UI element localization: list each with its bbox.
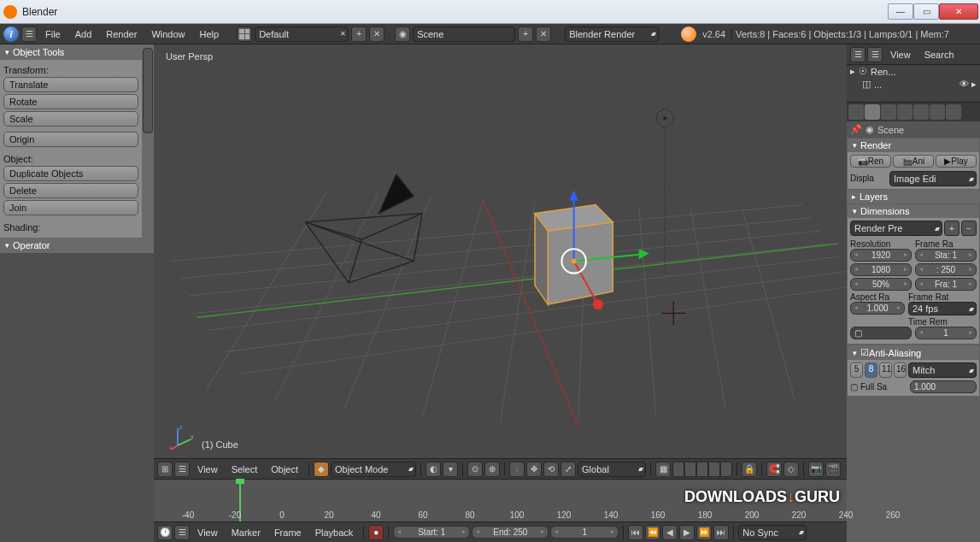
prop-tab-object[interactable] [897, 104, 913, 120]
outliner-editor-icon[interactable]: ☰ [850, 47, 866, 62]
delete-scene-button[interactable]: ✕ [536, 27, 551, 42]
render-anim-button[interactable]: 🎬Ani [893, 155, 934, 168]
aa-panel-header[interactable]: ☑ Anti-Aliasing [848, 345, 979, 360]
layer-button[interactable] [672, 462, 684, 477]
start-frame-field[interactable]: ◂Start: 1▸ [393, 526, 470, 539]
delete-screen-button[interactable]: ✕ [369, 27, 384, 42]
maximize-button[interactable]: ▭ [913, 3, 939, 20]
frame-end-field[interactable]: ◂: 250▸ [915, 263, 977, 276]
object-tools-header[interactable]: ▾Object Tools [0, 44, 142, 60]
keyframe-next-icon[interactable]: ⏩ [696, 525, 712, 540]
timeline-editor-icon[interactable]: 🕐 [157, 525, 173, 540]
outliner-row[interactable]: ◫...👁 ▸ [847, 78, 980, 91]
jump-start-icon[interactable]: ⏮ [628, 525, 643, 540]
select-menu[interactable]: Select [226, 464, 264, 474]
render-image-button[interactable]: 📷Ren [850, 155, 891, 168]
outliner[interactable]: ▸☉Ren... ◫...👁 ▸ [847, 65, 980, 103]
manip-scale-icon[interactable]: ⤢ [560, 462, 576, 477]
jump-end-icon[interactable]: ⏭ [713, 525, 729, 540]
play-icon[interactable]: ▶ [679, 525, 695, 540]
aa-filter-dropdown[interactable]: Mitch▴▾ [908, 362, 977, 378]
add-scene-button[interactable]: + [518, 27, 533, 42]
collapse-menu-icon[interactable]: ☰ [867, 47, 883, 62]
layer-button[interactable] [684, 462, 696, 477]
screen-layout-dropdown[interactable]: Default✕ [255, 27, 349, 42]
fps-dropdown[interactable]: 24 fps▴▾ [908, 302, 977, 315]
minimize-button[interactable]: ― [888, 3, 913, 20]
play-reverse-icon[interactable]: ◀ [662, 525, 678, 540]
res-y-field[interactable]: ◂1080▸ [850, 263, 912, 276]
join-button[interactable]: Join [3, 200, 138, 215]
filter-size-field[interactable]: 1.000 [910, 380, 977, 393]
pivot-2-icon[interactable]: ⊕ [484, 462, 500, 477]
render-engine-dropdown[interactable]: Blender Render▴▾ [565, 27, 659, 42]
rotate-button[interactable]: Rotate [3, 94, 138, 109]
editor-type-icon[interactable]: ⊞ [157, 462, 173, 477]
snap-type-icon[interactable]: ◇ [783, 462, 799, 477]
aa-11-button[interactable]: 11 [879, 362, 892, 378]
layers-group-icon[interactable]: ▦ [655, 462, 671, 477]
aa-8-button[interactable]: 8 [865, 362, 877, 378]
sync-dropdown[interactable]: No Sync▴▾ [738, 525, 807, 540]
snap-icon[interactable]: 🧲 [766, 462, 782, 477]
timeline-view-menu[interactable]: View [191, 527, 224, 538]
border-toggle[interactable]: ▢ [850, 327, 912, 339]
timerem-field[interactable]: ◂1▸ [915, 327, 977, 339]
timeline-playback-menu[interactable]: Playback [309, 527, 360, 538]
scale-button[interactable]: Scale [3, 111, 138, 127]
render-panel-header[interactable]: Render [848, 138, 979, 152]
3d-viewport[interactable]: User Persp [154, 44, 847, 458]
dimensions-panel-header[interactable]: Dimensions [848, 204, 979, 218]
prop-tab-render[interactable] [848, 104, 864, 120]
manip-translate-icon[interactable]: ✥ [526, 462, 542, 477]
pivot-icon[interactable]: ⊙ [467, 462, 483, 477]
close-button[interactable]: ✕ [939, 3, 978, 20]
aa-5-button[interactable]: 5 [850, 362, 863, 378]
outliner-row[interactable]: ▸☉Ren... [847, 65, 980, 78]
render-play-button[interactable]: ▶Play [936, 155, 977, 168]
operator-header[interactable]: ▾Operator [0, 238, 142, 253]
delete-button[interactable]: Delete [3, 183, 138, 198]
end-frame-field[interactable]: ◂End: 250▸ [472, 526, 549, 539]
layers-panel-header[interactable]: Layers [847, 190, 980, 203]
screen-layout-icon[interactable] [237, 27, 252, 42]
manipulator-icon[interactable]: ↕ [509, 462, 525, 477]
aspect-x-field[interactable]: ◂1.000▸ [850, 302, 905, 315]
prop-tab-constraints[interactable] [913, 104, 929, 120]
layer-button[interactable] [720, 462, 732, 477]
orientation-dropdown[interactable]: Global▴▾ [578, 462, 646, 477]
frame-start-field[interactable]: ◂Sta: 1▸ [915, 249, 977, 262]
pin-icon[interactable]: 📌 [850, 124, 862, 135]
shading-icon[interactable]: ◐ [425, 462, 441, 477]
info-editor-icon[interactable]: i [3, 27, 19, 42]
collapse-menu-icon[interactable]: ☰ [174, 462, 190, 477]
current-frame-field[interactable]: ◂1▸ [550, 526, 619, 539]
toolshelf-scrollbar[interactable] [142, 44, 154, 253]
prop-tab-modifiers[interactable] [930, 104, 945, 120]
res-pct-field[interactable]: ◂50%▸ [850, 278, 912, 291]
origin-button[interactable]: Origin [3, 132, 138, 147]
prop-tab-data[interactable] [946, 104, 961, 120]
translate-button[interactable]: Translate [3, 77, 138, 92]
frame-step-field[interactable]: ◂Fra: 1▸ [915, 278, 977, 291]
keyframe-prev-icon[interactable]: ⏪ [645, 525, 660, 540]
object-menu[interactable]: Object [265, 464, 304, 474]
layer-button[interactable] [696, 462, 708, 477]
prop-tab-scene[interactable] [865, 104, 880, 120]
duplicate-button[interactable]: Duplicate Objects [3, 166, 138, 181]
layer-button[interactable] [708, 462, 720, 477]
checkbox-icon[interactable]: ☑ [860, 347, 869, 358]
render-anim-icon[interactable]: 🎬 [825, 462, 841, 477]
preset-dropdown[interactable]: Render Pre▴▾ [850, 221, 942, 236]
menu-window[interactable]: Window [145, 29, 191, 39]
mode-dropdown[interactable]: Object Mode▴▾ [331, 462, 416, 477]
prop-tab-world[interactable] [881, 104, 896, 120]
mode-icon[interactable]: ◆ [314, 462, 329, 477]
scene-dropdown[interactable]: Scene [413, 27, 515, 42]
scene-icon[interactable]: ◉ [395, 27, 410, 42]
timeline-frame-menu[interactable]: Frame [268, 527, 308, 538]
add-screen-button[interactable]: + [351, 27, 367, 42]
menu-render[interactable]: Render [100, 29, 143, 39]
menu-help[interactable]: Help [194, 29, 226, 39]
view-menu[interactable]: View [191, 464, 224, 474]
